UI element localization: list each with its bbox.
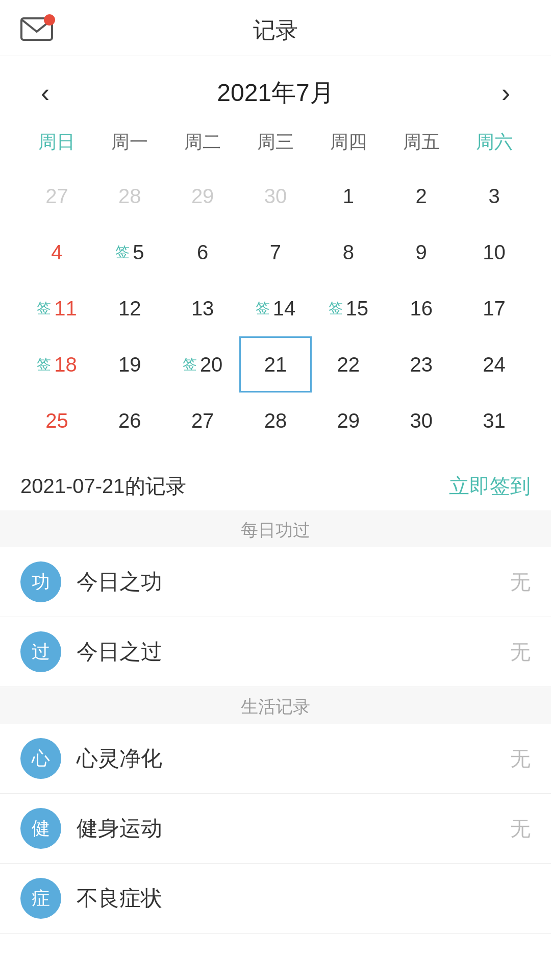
list-item-value: 无 [510,638,531,666]
calendar-day-16[interactable]: 16 [385,280,458,336]
list-item-label: 今日之过 [77,638,510,666]
day-number: 2 [416,185,427,208]
day-number: 8 [343,241,354,264]
calendar-day-25[interactable]: 25 [20,393,93,449]
calendar-day-11[interactable]: 签11 [20,280,93,336]
day-number: 23 [410,353,433,376]
day-number: 18 [54,353,77,376]
weekday-thursday: 周四 [312,125,385,160]
weekday-row: 周日 周一 周二 周三 周四 周五 周六 [20,125,531,168]
day-number: 27 [45,185,68,208]
sign-tag: 签 [256,299,270,318]
calendar-day-30-prev[interactable]: 30 [239,168,312,224]
calendar-day-28[interactable]: 28 [239,393,312,449]
day-number: 1 [343,185,354,208]
weekday-monday: 周一 [93,125,166,160]
day-number: 30 [410,409,433,432]
calendar-day-2[interactable]: 2 [385,168,458,224]
mail-badge [44,14,55,26]
list-avatar: 过 [20,631,61,672]
month-nav: ‹ 2021年7月 › [20,66,531,125]
day-number: 29 [191,185,214,208]
calendar-day-27[interactable]: 27 [166,393,239,449]
day-number: 15 [346,297,369,320]
calendar-day-21[interactable]: 21 [239,336,312,393]
header: 记录 [0,0,551,56]
calendar-day-5[interactable]: 签5 [93,224,166,280]
list-item-value: 无 [510,568,531,596]
calendar-day-29-prev[interactable]: 29 [166,168,239,224]
calendar-day-20[interactable]: 签20 [166,336,239,393]
day-number: 28 [118,185,141,208]
checkin-button[interactable]: 立即签到 [449,472,531,500]
prev-month-button[interactable]: ‹ [31,80,60,106]
day-number: 17 [483,297,506,320]
weekday-sunday: 周日 [20,125,93,160]
day-number: 31 [483,409,506,432]
list-item-value: 无 [510,745,531,773]
calendar-day-19[interactable]: 19 [93,336,166,393]
day-number: 27 [191,409,214,432]
day-number: 3 [488,185,499,208]
calendar-day-7[interactable]: 7 [239,224,312,280]
day-number: 14 [273,297,296,320]
list-item-0-0[interactable]: 功今日之功无 [0,547,551,617]
calendar-day-3[interactable]: 3 [458,168,531,224]
sign-tag: 签 [37,299,51,318]
next-month-button[interactable]: › [491,80,520,106]
calendar-grid: 272829301234签5678910签111213签14签151617签18… [20,168,531,449]
list-item-label: 今日之功 [77,568,510,596]
calendar-day-30[interactable]: 30 [385,393,458,449]
list-avatar: 健 [20,808,61,849]
sign-tag: 签 [329,299,343,318]
weekday-tuesday: 周二 [166,125,239,160]
list-avatar: 症 [20,878,61,919]
list-item-1-0[interactable]: 心心灵净化无 [0,724,551,794]
calendar-day-6[interactable]: 6 [166,224,239,280]
day-number: 10 [483,241,506,264]
day-number: 11 [54,297,77,320]
list-item-label: 心灵净化 [77,744,510,773]
day-number: 30 [264,185,287,208]
list-item-1-1[interactable]: 健健身运动无 [0,794,551,864]
calendar-day-9[interactable]: 9 [385,224,458,280]
calendar-day-10[interactable]: 10 [458,224,531,280]
day-number: 12 [118,297,141,320]
mail-icon-wrap[interactable] [20,14,57,45]
day-number: 22 [337,353,360,376]
section-label-0: 每日功过 [0,510,551,547]
section-label-1: 生活记录 [0,687,551,724]
calendar-day-17[interactable]: 17 [458,280,531,336]
calendar-day-28-prev[interactable]: 28 [93,168,166,224]
calendar-day-8[interactable]: 8 [312,224,385,280]
list-item-0-1[interactable]: 过今日之过无 [0,617,551,687]
calendar-day-24[interactable]: 24 [458,336,531,393]
sign-tag: 签 [115,242,130,262]
calendar-day-26[interactable]: 26 [93,393,166,449]
header-title: 记录 [253,15,298,45]
calendar-day-13[interactable]: 13 [166,280,239,336]
calendar-day-27-prev[interactable]: 27 [20,168,93,224]
day-number: 5 [133,241,144,264]
sign-tag: 签 [183,355,197,374]
calendar-day-15[interactable]: 签15 [312,280,385,336]
list-item-label: 健身运动 [77,814,510,843]
calendar-day-18[interactable]: 签18 [20,336,93,393]
day-number: 29 [337,409,360,432]
day-number: 24 [483,353,506,376]
list-item-value: 无 [510,815,531,843]
calendar-day-4[interactable]: 4 [20,224,93,280]
calendar-day-1[interactable]: 1 [312,168,385,224]
day-number: 9 [416,241,427,264]
calendar-day-29[interactable]: 29 [312,393,385,449]
record-header: 2021-07-21的记录 立即签到 [0,454,551,510]
day-number: 28 [264,409,287,432]
calendar-day-22[interactable]: 22 [312,336,385,393]
day-number: 6 [197,241,208,264]
calendar-day-12[interactable]: 12 [93,280,166,336]
sections-container: 每日功过功今日之功无过今日之过无生活记录心心灵净化无健健身运动无症不良症状 [0,510,551,934]
list-item-1-2[interactable]: 症不良症状 [0,864,551,934]
calendar-day-23[interactable]: 23 [385,336,458,393]
calendar-day-31[interactable]: 31 [458,393,531,449]
calendar-day-14[interactable]: 签14 [239,280,312,336]
